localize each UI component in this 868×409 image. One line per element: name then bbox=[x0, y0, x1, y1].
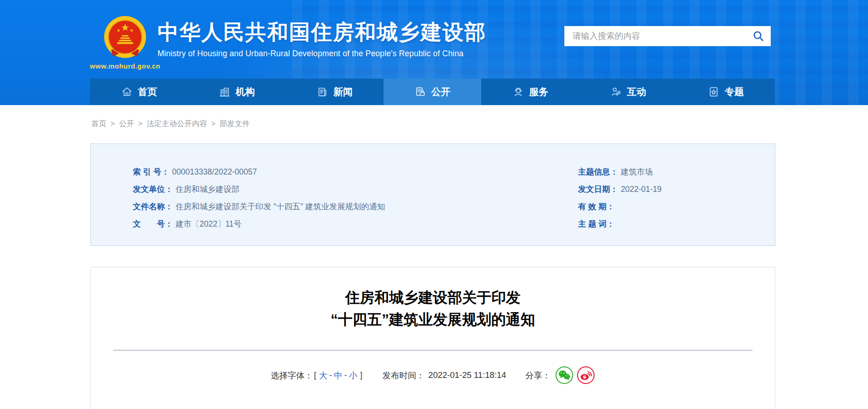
font-size-bracket-open: [ bbox=[314, 370, 316, 380]
org-building-icon bbox=[219, 86, 231, 98]
national-emblem-logo bbox=[103, 16, 147, 60]
wechat-icon bbox=[555, 366, 573, 384]
service-person-icon bbox=[512, 86, 524, 98]
site-titles: 中华人民共和国住房和城乡建设部 Ministry of Housing and … bbox=[158, 20, 486, 58]
article-panel: 住房和城乡建设部关于印发 “十四五”建筑业发展规划的通知 选择字体： [ 大 -… bbox=[90, 267, 775, 409]
nav-item-open[interactable]: 公开 bbox=[384, 79, 481, 105]
interaction-person-icon bbox=[610, 86, 622, 98]
breadcrumb-link-open[interactable]: 公开 bbox=[119, 119, 134, 127]
nav-item-interaction[interactable]: 互动 bbox=[579, 79, 677, 105]
doc-info-panel: 索 引 号： 000013338/2022-00057 发文单位： 住房和城乡建… bbox=[90, 143, 775, 246]
breadcrumb-separator: > bbox=[138, 119, 143, 127]
info-label: 文件名称： bbox=[133, 201, 173, 212]
news-icon bbox=[316, 86, 328, 98]
article-title-line2: “十四五”建筑业发展规划的通知 bbox=[91, 308, 775, 330]
font-size-dash: - bbox=[344, 370, 347, 380]
breadcrumb-separator: > bbox=[110, 119, 115, 127]
nav-item-service[interactable]: 服务 bbox=[481, 79, 579, 105]
breadcrumb-separator: > bbox=[211, 119, 216, 127]
breadcrumb: 首页>公开>法定主动公开内容>部发文件 bbox=[91, 119, 250, 129]
font-size-selector: 选择字体： [ 大 - 中 - 小 ] bbox=[271, 370, 363, 381]
publish-time-label: 发布时间： bbox=[383, 370, 425, 381]
info-label: 主 题 词： bbox=[578, 218, 615, 229]
font-size-dash: - bbox=[329, 370, 332, 380]
main-nav: 首页 机构 新闻 bbox=[90, 79, 775, 105]
info-value: 建市〔2022〕11号 bbox=[176, 218, 242, 229]
article-title: 住房和城乡建设部关于印发 “十四五”建筑业发展规划的通知 bbox=[91, 287, 775, 330]
search-button[interactable] bbox=[746, 26, 771, 46]
nav-item-label: 公开 bbox=[431, 85, 450, 98]
topic-star-icon bbox=[708, 86, 720, 98]
nav-item-label: 专题 bbox=[725, 85, 744, 98]
doc-info-left-column: 索 引 号： 000013338/2022-00057 发文单位： 住房和城乡建… bbox=[133, 163, 558, 233]
site-title-cn: 中华人民共和国住房和城乡建设部 bbox=[158, 20, 486, 44]
info-value: 住房和城乡建设部 bbox=[176, 184, 240, 195]
share-widget: 分享： bbox=[526, 366, 595, 384]
breadcrumb-link-statutory-disclosure[interactable]: 法定主动公开内容 bbox=[147, 119, 207, 127]
font-size-large[interactable]: 大 bbox=[319, 370, 328, 381]
nav-item-label: 服务 bbox=[529, 85, 548, 98]
info-value: 000013338/2022-00057 bbox=[172, 167, 257, 177]
nav-item-topic[interactable]: 专题 bbox=[677, 79, 775, 105]
search-icon bbox=[752, 30, 764, 42]
publish-time: 发布时间： 2022-01-25 11:18:14 bbox=[383, 370, 506, 381]
site-title-en: Ministry of Housing and Urban-Rural Deve… bbox=[158, 49, 486, 58]
font-size-small[interactable]: 小 bbox=[349, 370, 358, 381]
weibo-share-button[interactable] bbox=[577, 366, 595, 384]
nav-item-home[interactable]: 首页 bbox=[90, 79, 188, 105]
breadcrumb-link-home[interactable]: 首页 bbox=[91, 119, 106, 127]
info-row-subject-words: 主 题 词： bbox=[578, 215, 761, 233]
font-size-label: 选择字体： bbox=[271, 370, 313, 381]
article-toolbar: 选择字体： [ 大 - 中 - 小 ] 发布时间： 2022-01-25 11:… bbox=[91, 366, 775, 384]
info-label: 主题信息： bbox=[578, 166, 618, 177]
info-label: 索 引 号： bbox=[133, 166, 169, 177]
home-icon bbox=[121, 86, 133, 98]
info-row-document-name: 文件名称： 住房和城乡建设部关于印发 “十四五” 建筑业发展规划的通知 bbox=[133, 198, 558, 215]
nav-item-news[interactable]: 新闻 bbox=[286, 79, 384, 105]
font-size-medium[interactable]: 中 bbox=[334, 370, 342, 381]
breadcrumb-current: 部发文件 bbox=[220, 119, 250, 127]
font-size-bracket-close: ] bbox=[360, 370, 362, 380]
info-label: 文 号： bbox=[133, 218, 173, 229]
search-box bbox=[564, 26, 771, 46]
nav-item-org[interactable]: 机构 bbox=[188, 79, 285, 105]
info-row-topic-info: 主题信息： 建筑市场 bbox=[578, 163, 761, 181]
share-label: 分享： bbox=[526, 370, 551, 381]
nav-item-label: 互动 bbox=[627, 85, 646, 98]
title-divider bbox=[113, 350, 752, 351]
search-input[interactable] bbox=[564, 26, 746, 46]
wechat-share-button[interactable] bbox=[555, 366, 573, 384]
publish-time-value: 2022-01-25 11:18:14 bbox=[428, 370, 506, 380]
info-row-index-number: 索 引 号： 000013338/2022-00057 bbox=[133, 163, 558, 181]
info-row-validity: 有 效 期： bbox=[578, 198, 761, 215]
info-label: 发文日期： bbox=[578, 184, 618, 195]
info-row-issuing-unit: 发文单位： 住房和城乡建设部 bbox=[133, 181, 558, 198]
info-label: 有 效 期： bbox=[578, 201, 615, 212]
info-value: 建筑市场 bbox=[621, 166, 653, 177]
article-title-line1: 住房和城乡建设部关于印发 bbox=[91, 287, 775, 308]
weibo-icon bbox=[577, 366, 595, 384]
info-value: 2022-01-19 bbox=[621, 185, 662, 194]
site-url: www.mohurd.gov.cn bbox=[84, 62, 167, 70]
info-row-issue-date: 发文日期： 2022-01-19 bbox=[578, 181, 761, 198]
nav-item-label: 首页 bbox=[138, 85, 157, 98]
nav-item-label: 新闻 bbox=[333, 85, 352, 98]
info-row-document-number: 文 号： 建市〔2022〕11号 bbox=[133, 215, 558, 233]
info-value: 住房和城乡建设部关于印发 “十四五” 建筑业发展规划的通知 bbox=[176, 201, 385, 212]
page: www.mohurd.gov.cn 中华人民共和国住房和城乡建设部 Minist… bbox=[0, 0, 868, 409]
disclosure-lock-icon bbox=[414, 86, 426, 98]
share-icons bbox=[555, 366, 595, 384]
info-label: 发文单位： bbox=[133, 184, 173, 195]
doc-info-right-column: 主题信息： 建筑市场 发文日期： 2022-01-19 有 效 期： 主 题 词… bbox=[578, 163, 761, 233]
site-header: www.mohurd.gov.cn 中华人民共和国住房和城乡建设部 Minist… bbox=[0, 0, 868, 105]
nav-item-label: 机构 bbox=[236, 85, 255, 98]
